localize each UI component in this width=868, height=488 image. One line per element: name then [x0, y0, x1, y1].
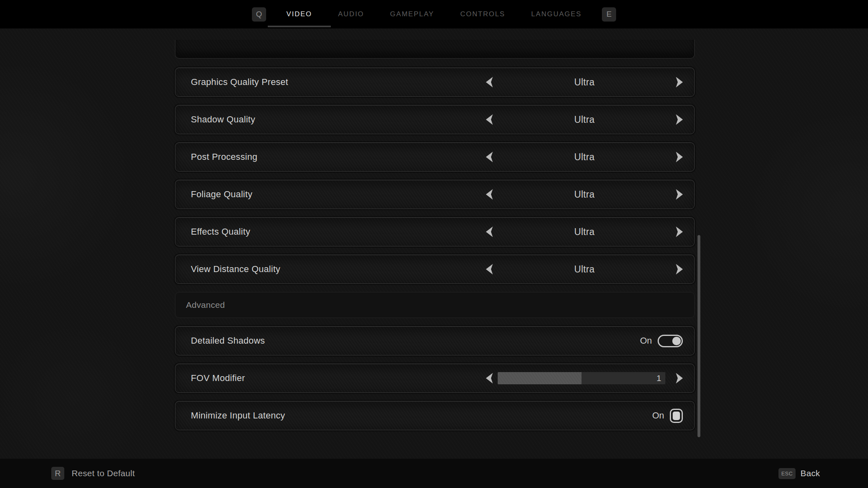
r-key-badge: R	[51, 467, 64, 480]
prev-value-button[interactable]	[486, 227, 493, 237]
checkbox-state-label: On	[652, 410, 664, 421]
setting-label: Minimize Input Latency	[191, 410, 285, 421]
setting-row-shadow-quality[interactable]: Shadow Quality Ultra	[175, 105, 695, 134]
footer-bar: R Reset to Default ESC Back	[0, 459, 868, 488]
next-tab-key-badge[interactable]: E	[602, 7, 616, 22]
prev-value-button[interactable]	[486, 264, 493, 274]
tab-video[interactable]: VIDEO	[275, 0, 324, 28]
value-selector: Ultra	[486, 189, 683, 200]
prev-value-button[interactable]	[486, 152, 493, 162]
slider-fill	[498, 372, 582, 384]
setting-row-post-processing[interactable]: Post Processing Ultra	[175, 142, 695, 172]
value-selector: Ultra	[486, 114, 683, 125]
value-selector: Ultra	[486, 227, 683, 237]
checkbox-fill	[673, 412, 680, 420]
setting-label: Effects Quality	[191, 227, 250, 237]
setting-row-foliage-quality[interactable]: Foliage Quality Ultra	[175, 180, 695, 209]
chevron-right-icon	[676, 373, 683, 383]
next-value-button[interactable]	[676, 189, 683, 200]
setting-label: Post Processing	[191, 152, 257, 162]
chevron-left-icon	[486, 77, 493, 87]
tab-audio[interactable]: AUDIO	[327, 0, 376, 28]
decrease-value-button[interactable]	[486, 373, 493, 383]
checkbox-control: On	[652, 409, 683, 423]
tab-label: CONTROLS	[460, 10, 505, 18]
value-selector: Ultra	[486, 264, 683, 275]
chevron-left-icon	[486, 227, 493, 237]
value-selector: Ultra	[486, 152, 683, 163]
setting-value: Ultra	[493, 189, 676, 200]
chevron-left-icon	[486, 264, 493, 274]
prev-value-button[interactable]	[486, 114, 493, 125]
chevron-right-icon	[676, 189, 683, 200]
toggle-knob	[672, 337, 681, 345]
fov-slider[interactable]: 1	[498, 372, 665, 384]
setting-label: Graphics Quality Preset	[191, 77, 288, 87]
increase-value-button[interactable]	[676, 373, 683, 383]
toggle-control: On	[640, 335, 683, 347]
next-value-button[interactable]	[676, 264, 683, 274]
slider-control: 1	[486, 372, 683, 384]
reset-to-default-button[interactable]: R Reset to Default	[51, 467, 135, 480]
next-value-button[interactable]	[676, 77, 683, 87]
setting-row-effects-quality[interactable]: Effects Quality Ultra	[175, 217, 695, 246]
scrollbar-thumb[interactable]	[697, 235, 700, 437]
setting-label: Foliage Quality	[191, 189, 252, 200]
reset-label: Reset to Default	[72, 468, 135, 478]
setting-row-detailed-shadows[interactable]: Detailed Shadows On	[175, 326, 695, 355]
toggle-state-label: On	[640, 336, 652, 346]
chevron-left-icon	[486, 373, 493, 383]
setting-label: Shadow Quality	[191, 114, 255, 125]
settings-nav: Q VIDEO AUDIO GAMEPLAY CONTROLS LANGUAGE…	[0, 0, 868, 28]
setting-row-view-distance-quality[interactable]: View Distance Quality Ultra	[175, 255, 695, 284]
chevron-right-icon	[676, 152, 683, 162]
back-label: Back	[800, 468, 820, 478]
setting-value: Ultra	[493, 227, 676, 237]
chevron-right-icon	[676, 227, 683, 237]
setting-row-fov-modifier[interactable]: FOV Modifier 1	[175, 364, 695, 393]
next-value-button[interactable]	[676, 227, 683, 237]
next-value-button[interactable]	[676, 152, 683, 162]
back-button[interactable]: ESC Back	[778, 468, 820, 479]
setting-label: Detailed Shadows	[191, 336, 265, 346]
tab-label: AUDIO	[338, 10, 364, 18]
tab-label: GAMEPLAY	[390, 10, 434, 18]
chevron-left-icon	[486, 152, 493, 162]
tab-controls[interactable]: CONTROLS	[449, 0, 516, 28]
chevron-right-icon	[676, 264, 683, 274]
setting-row-graphics-quality-preset[interactable]: Graphics Quality Preset Ultra	[175, 68, 695, 97]
setting-label: FOV Modifier	[191, 373, 245, 383]
value-selector: Ultra	[486, 77, 683, 88]
video-settings-screen: Q VIDEO AUDIO GAMEPLAY CONTROLS LANGUAGE…	[0, 0, 868, 488]
setting-row-minimize-input-latency[interactable]: Minimize Input Latency On	[175, 401, 695, 430]
prev-tab-key-badge[interactable]: Q	[252, 7, 266, 22]
section-label: Advanced	[186, 300, 225, 310]
section-header-advanced: Advanced	[175, 292, 695, 318]
slider-value: 1	[656, 373, 661, 383]
chevron-left-icon	[486, 189, 493, 200]
setting-label: View Distance Quality	[191, 264, 280, 274]
setting-value: Ultra	[493, 152, 676, 163]
setting-value: Ultra	[493, 264, 676, 275]
prev-value-button[interactable]	[486, 189, 493, 200]
minimize-input-latency-checkbox[interactable]	[670, 409, 683, 423]
prev-value-button[interactable]	[486, 77, 493, 87]
tab-languages[interactable]: LANGUAGES	[520, 0, 593, 28]
tab-label: VIDEO	[286, 10, 312, 18]
clipped-setting-row	[175, 40, 695, 59]
chevron-right-icon	[676, 77, 683, 87]
setting-value: Ultra	[493, 77, 676, 88]
chevron-left-icon	[486, 114, 493, 125]
chevron-right-icon	[676, 114, 683, 125]
detailed-shadows-toggle[interactable]	[658, 335, 683, 347]
tab-gameplay[interactable]: GAMEPLAY	[379, 0, 446, 28]
next-value-button[interactable]	[676, 114, 683, 125]
esc-key-badge: ESC	[778, 468, 796, 479]
setting-value: Ultra	[493, 114, 676, 125]
tab-label: LANGUAGES	[531, 10, 582, 18]
settings-list: Graphics Quality Preset Ultra Shadow Qua…	[175, 28, 695, 438]
